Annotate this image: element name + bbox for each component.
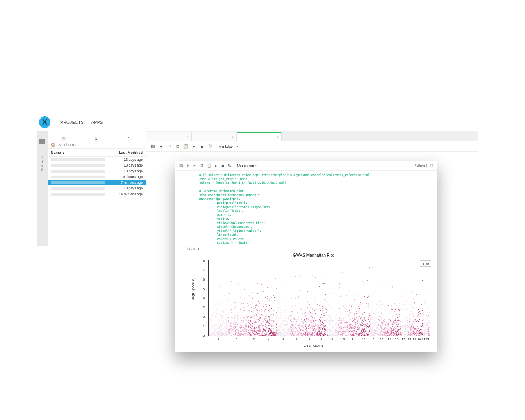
file-browser: 🏠 › Notebooks Name▴ Last Modified 13 day… [48, 131, 146, 246]
brand-logo[interactable]: X [39, 116, 50, 128]
chart-title: GWAS Manhattan Plot [194, 253, 432, 258]
cut-icon[interactable]: ✂ [167, 144, 172, 149]
file-row[interactable]: 13 days ago [48, 162, 146, 168]
run-icon[interactable]: ▸ [192, 144, 196, 149]
add-cell-icon[interactable]: + [159, 144, 164, 149]
file-modified: 13 days ago [110, 186, 143, 190]
close-icon[interactable]: × [276, 135, 279, 139]
sort-asc-icon[interactable]: ▴ [63, 151, 64, 154]
run-icon[interactable]: ▸ [214, 164, 218, 168]
close-icon[interactable]: × [186, 135, 189, 139]
celltype-select[interactable]: Markdown [219, 144, 238, 148]
restart-icon[interactable]: ↻ [208, 144, 213, 149]
file-row[interactable]: 14 minutes ago [48, 191, 146, 197]
xtick: 17 [402, 338, 405, 341]
ytick: 2 [203, 315, 205, 319]
ytick: 4 [203, 296, 205, 300]
breadcrumb[interactable]: 🏠 › Notebooks [48, 141, 146, 149]
file-modified: 14 minutes ago [110, 192, 143, 196]
nav-projects[interactable]: PROJECTS [60, 120, 84, 125]
file-row[interactable]: 13 days ago [48, 168, 146, 174]
chevron-down-icon [255, 164, 257, 168]
floating-toolbar: ▤ + ✂ ⧉ 📋 ▸ ■ ↻ Markdown Python 3 [175, 161, 437, 171]
celltype-select[interactable]: Markdown [237, 164, 257, 168]
file-modified: 13 days ago [110, 169, 143, 173]
file-row[interactable]: 13 days ago [48, 157, 146, 162]
xtick: 12 [362, 338, 365, 341]
chart-ylabel: -log10(p-value) [191, 278, 195, 300]
file-modified: 13 days ago [110, 163, 143, 167]
ytick: 8 [203, 258, 205, 262]
ytick: 0 [203, 333, 205, 337]
tab-3-active[interactable]: × [237, 132, 282, 141]
cut-icon[interactable]: ✂ [193, 164, 197, 168]
significance-line [209, 260, 429, 260]
file-modified: 10 hours ago [110, 175, 143, 179]
paste-icon[interactable]: 📋 [183, 144, 188, 149]
file-row[interactable]: 7 minutes ago [48, 180, 146, 185]
xtick: 16 [395, 338, 398, 341]
xtick: 5 [282, 338, 284, 341]
file-row[interactable]: 10 hours ago [48, 174, 146, 180]
chart-xlabel: Chromosome [304, 344, 323, 347]
stop-icon[interactable]: ■ [200, 144, 205, 149]
xtick: 8 [320, 338, 322, 341]
xtick: 21 [422, 338, 425, 341]
nav-apps[interactable]: APPS [91, 120, 103, 125]
manhattan-plot: GWAS Manhattan Plot -log10(p-value) Trai… [194, 253, 432, 347]
notebook-toolbar: ▤ + ✂ ⧉ 📋 ▸ ■ ↻ Markdown [146, 141, 478, 152]
ytick: 1 [203, 324, 205, 328]
file-modified: 7 minutes ago [110, 180, 143, 185]
upload-icon[interactable] [94, 134, 99, 138]
paste-icon[interactable]: 📋 [207, 164, 211, 168]
floating-notebook: ▤ + ✂ ⧉ 📋 ▸ ■ ↻ Markdown Python 3 # To s… [175, 161, 437, 352]
restart-icon[interactable]: ↻ [228, 164, 232, 168]
save-icon[interactable]: ▤ [151, 144, 155, 149]
file-row[interactable]: 13 days ago [48, 185, 146, 191]
xtick: 11 [352, 338, 355, 341]
ytick: 3 [203, 306, 205, 309]
xtick: 9 [331, 338, 333, 341]
notebook-tab-bar: × × × [146, 131, 478, 141]
col-header-name[interactable]: Name▴ [51, 151, 110, 155]
xtick: 22 [425, 338, 429, 341]
ytick: 6 [203, 277, 205, 281]
col-header-modified[interactable]: Last Modified [110, 151, 143, 155]
output-prompt: [12]: ● [175, 247, 437, 251]
file-modified: 13 days ago [110, 158, 143, 162]
filebrowser-tab-icon[interactable] [39, 139, 45, 144]
new-folder-icon[interactable] [62, 134, 66, 138]
xtick: 7 [308, 338, 310, 341]
xtick: 13 [371, 338, 374, 341]
ytick: 5 [203, 287, 205, 290]
xtick: 6 [296, 338, 297, 341]
chevron-down-icon [237, 144, 238, 148]
close-icon[interactable]: × [231, 135, 234, 139]
tab-1[interactable]: × [146, 132, 192, 141]
add-cell-icon[interactable]: + [186, 164, 190, 168]
kernel-status-icon [430, 164, 433, 167]
significance-line [209, 279, 429, 279]
xtick: 14 [380, 338, 383, 341]
refresh-icon[interactable] [127, 134, 132, 138]
xtick: 18 [408, 338, 411, 341]
copy-icon[interactable]: ⧉ [175, 144, 180, 149]
xtick: 15 [388, 338, 391, 341]
xtick: 20 [418, 338, 421, 341]
sidebar-vertical-label: DNAnexus [41, 156, 44, 171]
ytick: 7 [203, 268, 205, 272]
xtick: 19 [413, 338, 416, 341]
kernel-name[interactable]: Python 3 [414, 164, 427, 167]
copy-icon[interactable]: ⧉ [200, 164, 204, 168]
xtick: 2 [236, 338, 238, 341]
xtick: 3 [253, 338, 255, 341]
xtick: 1 [217, 338, 219, 341]
tab-2[interactable]: × [192, 132, 237, 141]
stop-icon[interactable]: ■ [221, 164, 225, 168]
xtick: 10 [341, 338, 345, 341]
save-icon[interactable]: ▤ [179, 164, 183, 168]
xtick: 4 [268, 338, 270, 341]
code-cell[interactable]: # To select a different color map: http:… [175, 171, 437, 247]
